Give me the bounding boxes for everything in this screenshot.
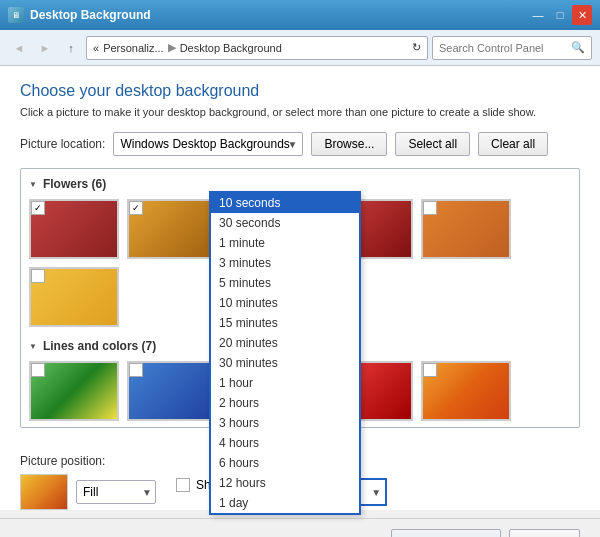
browse-button[interactable]: Browse... [311,132,387,156]
picture-location-row: Picture location: Windows Desktop Backgr… [20,132,580,156]
dropdown-item-30seconds[interactable]: 30 seconds [211,213,359,233]
lines1-checkbox[interactable] [31,363,45,377]
list-item [421,361,511,421]
flowers-section-title: Flowers (6) [29,177,571,191]
list-item: ✓ [29,199,119,259]
picture-position-label: Picture position: [20,454,156,468]
list-item [421,199,511,259]
breadcrumb-sep1: ▶ [168,41,176,54]
breadcrumb[interactable]: « Personaliz... ▶ Desktop Background ↻ [86,36,428,60]
dropdown-item-10minutes[interactable]: 10 minutes [211,293,359,313]
select-all-button[interactable]: Select all [395,132,470,156]
search-box[interactable]: 🔍 [432,36,592,60]
page-description: Click a picture to make it your desktop … [20,106,580,118]
dropdown-item-4hours[interactable]: 4 hours [211,433,359,453]
dropdown-item-15minutes[interactable]: 15 minutes [211,313,359,333]
list-item: ✓ [127,199,217,259]
position-select-wrapper: Fill Fit Stretch Tile Center Span ▼ [76,480,156,504]
up-button[interactable]: ↑ [60,37,82,59]
flower5-checkbox[interactable] [423,201,437,215]
flower1-checkbox[interactable]: ✓ [31,201,45,215]
position-thumb-image [21,475,67,509]
dropdown-item-1minute[interactable]: 1 minute [211,233,359,253]
position-preview: Fill Fit Stretch Tile Center Span ▼ [20,474,156,510]
cancel-button[interactable]: Cancel [509,529,580,537]
picture-location-label: Picture location: [20,137,105,151]
breadcrumb-icon: « [93,42,99,54]
back-button[interactable]: ◄ [8,37,30,59]
dropdown-item-3minutes[interactable]: 3 minutes [211,253,359,273]
interval-dropdown-menu[interactable]: 10 seconds 30 seconds 1 minute 3 minutes… [209,191,361,515]
title-bar-left: 🖥 Desktop Background [8,7,151,23]
address-bar: ◄ ► ↑ « Personaliz... ▶ Desktop Backgrou… [0,30,600,66]
dropdown-item-20minutes[interactable]: 20 minutes [211,333,359,353]
dropdown-item-3hours[interactable]: 3 hours [211,413,359,433]
picture-position-section: Picture position: Fill Fit Stretch Tile … [20,454,156,510]
clear-all-button[interactable]: Clear all [478,132,548,156]
page-title: Choose your desktop background [20,82,580,100]
dropdown-item-1day[interactable]: 1 day [211,493,359,513]
breadcrumb-personalize[interactable]: Personaliz... [103,42,164,54]
search-input[interactable] [439,42,571,54]
flower6-checkbox[interactable] [31,269,45,283]
search-icon: 🔍 [571,41,585,54]
refresh-button[interactable]: ↻ [412,41,421,54]
position-preview-thumb [20,474,68,510]
dropdown-item-5minutes[interactable]: 5 minutes [211,273,359,293]
title-bar: 🖥 Desktop Background — □ ✕ [0,0,600,30]
title-controls: — □ ✕ [528,5,592,25]
location-select-wrapper: Windows Desktop Backgrounds ▼ [113,132,303,156]
dropdown-item-30minutes[interactable]: 30 minutes [211,353,359,373]
location-select[interactable]: Windows Desktop Backgrounds [113,132,303,156]
main-content: Choose your desktop background Click a p… [0,66,600,444]
dropdown-item-6hours[interactable]: 6 hours [211,453,359,473]
window-title: Desktop Background [30,8,151,22]
close-button[interactable]: ✕ [572,5,592,25]
footer: Save changes Cancel [0,518,600,537]
breadcrumb-current: Desktop Background [180,42,282,54]
lines5-checkbox[interactable] [423,363,437,377]
save-changes-button[interactable]: Save changes [391,529,501,537]
dropdown-item-10seconds[interactable]: 10 seconds [211,193,359,213]
dropdown-item-12hours[interactable]: 12 hours [211,473,359,493]
lines2-checkbox[interactable] [129,363,143,377]
list-item [29,361,119,421]
flower2-checkbox[interactable]: ✓ [129,201,143,215]
window-icon: 🖥 [8,7,24,23]
forward-button[interactable]: ► [34,37,56,59]
position-select[interactable]: Fill Fit Stretch Tile Center Span [76,480,156,504]
minimize-button[interactable]: — [528,5,548,25]
shuffle-checkbox[interactable] [176,478,190,492]
list-item [127,361,217,421]
maximize-button[interactable]: □ [550,5,570,25]
dropdown-item-1hour[interactable]: 1 hour [211,373,359,393]
dropdown-item-2hours[interactable]: 2 hours [211,393,359,413]
list-item [29,267,119,327]
